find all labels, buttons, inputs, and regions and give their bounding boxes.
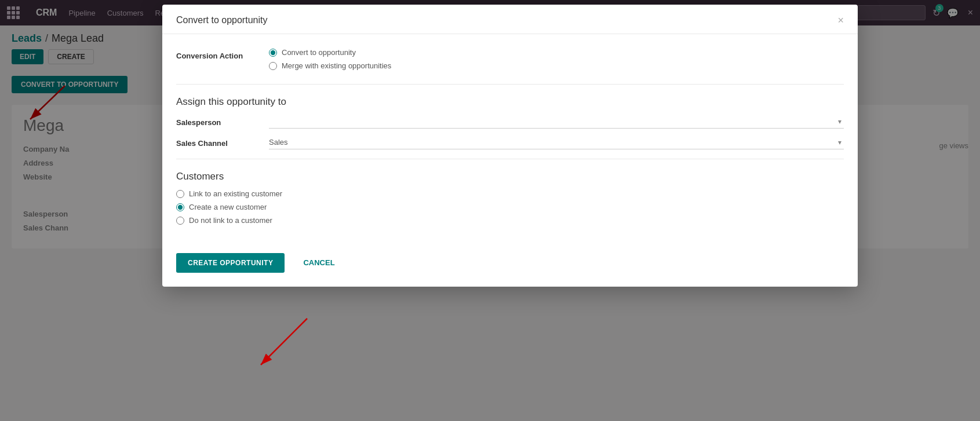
- merge-opportunities-option[interactable]: Merge with existing opportunities: [269, 61, 844, 70]
- sales-channel-select[interactable]: Sales: [269, 136, 844, 149]
- merge-radio-label[interactable]: Merge with existing opportunities: [282, 61, 391, 70]
- create-new-label[interactable]: Create a new customer: [189, 203, 267, 211]
- conversion-action-label: Conversion Action: [176, 48, 269, 60]
- convert-radio[interactable]: [269, 49, 277, 57]
- link-existing-label[interactable]: Link to an existing customer: [189, 189, 282, 198]
- do-not-link-label[interactable]: Do not link to a customer: [189, 216, 272, 225]
- customers-section-title: Customers: [176, 171, 844, 182]
- salesperson-select[interactable]: [269, 115, 844, 129]
- create-opportunity-button[interactable]: CREATE OPPORTUNITY: [176, 253, 285, 273]
- link-existing-customer-option[interactable]: Link to an existing customer: [176, 189, 844, 198]
- modal-header: Convert to opportunity ×: [162, 5, 858, 34]
- sales-channel-control: Sales: [269, 136, 844, 149]
- do-not-link-option[interactable]: Do not link to a customer: [176, 216, 844, 225]
- sales-channel-select-wrapper: Sales: [269, 136, 844, 149]
- create-new-radio[interactable]: [176, 203, 184, 211]
- modal-close-button[interactable]: ×: [837, 15, 844, 25]
- create-new-customer-option[interactable]: Create a new customer: [176, 203, 844, 211]
- divider-1: [176, 84, 844, 85]
- convert-to-opportunity-option[interactable]: Convert to opportunity: [269, 48, 844, 57]
- do-not-link-radio[interactable]: [176, 217, 184, 225]
- modal-body: Conversion Action Convert to opportunity…: [162, 34, 858, 241]
- sales-channel-field-label: Sales Channel: [176, 136, 269, 148]
- salesperson-select-wrapper: [269, 115, 844, 129]
- convert-opportunity-modal: Convert to opportunity × Conversion Acti…: [162, 5, 858, 287]
- salesperson-field-label: Salesperson: [176, 115, 269, 127]
- link-existing-radio[interactable]: [176, 190, 184, 198]
- salesperson-row: Salesperson: [176, 115, 844, 129]
- modal-title: Convert to opportunity: [176, 15, 267, 25]
- cancel-button[interactable]: CANCEL: [294, 252, 344, 273]
- sales-channel-row: Sales Channel Sales: [176, 136, 844, 149]
- salesperson-control: [269, 115, 844, 129]
- conversion-action-row: Conversion Action Convert to opportunity…: [176, 48, 844, 75]
- merge-radio[interactable]: [269, 62, 277, 70]
- divider-2: [176, 159, 844, 159]
- modal-footer: CREATE OPPORTUNITY CANCEL: [162, 241, 858, 287]
- assign-section-title: Assign this opportunity to: [176, 96, 844, 108]
- customers-section: Customers Link to an existing customer C…: [176, 171, 844, 225]
- conversion-action-options: Convert to opportunity Merge with existi…: [269, 48, 844, 75]
- convert-radio-label[interactable]: Convert to opportunity: [282, 48, 356, 57]
